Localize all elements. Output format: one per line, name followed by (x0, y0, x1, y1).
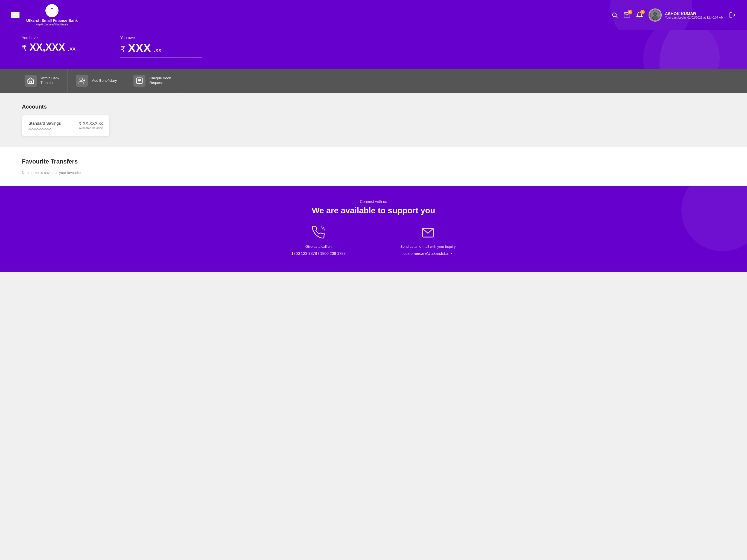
main-content: Accounts Standard Savings xxxxxxxxxxxxxx… (0, 93, 747, 147)
balance-owe-decimal: .xx (154, 47, 161, 53)
account-balance: ₹ XX,XXX.xx (79, 121, 103, 126)
email-icon (421, 226, 435, 242)
svg-rect-11 (30, 81, 32, 83)
svg-point-12 (80, 78, 82, 80)
footer-contacts: Give us a call on 1800 123 9878 / 1800 2… (22, 226, 725, 256)
favourites-title: Favourite Transfers (22, 158, 725, 165)
hamburger-menu[interactable] (11, 12, 20, 18)
favourites-section: Favourite Transfers No transfer is saved… (0, 147, 747, 186)
balance-owe-amount: ₹ XXX .xx (120, 42, 202, 55)
balance-section: You have ₹ XX,XXX .xx You owe ₹ XXX .xx (0, 30, 747, 69)
footer-email-value: customercare@utkarsh.bank (404, 251, 453, 256)
svg-rect-5 (624, 12, 630, 17)
svg-point-6 (650, 10, 660, 20)
footer-email-label: Send us an e-mail with your inquiry (400, 245, 456, 249)
favourites-empty-message: No transfer is saved as your favourite (22, 171, 725, 175)
header-right: 0 0 ASHOK KUMAR Your Last Login: 01/02/2… (611, 8, 736, 22)
action-within-bank-transfer[interactable]: Within BankTransfer (17, 69, 68, 93)
account-number: xxxxxxxxxxxxxx (28, 127, 61, 130)
action-add-beneficiary[interactable]: Add Beneficiary (68, 69, 125, 93)
user-details: ASHOK KUMAR Your Last Login: 01/02/2021 … (665, 11, 723, 19)
messages-badge: 0 (628, 10, 632, 14)
footer-phone-value: 1800 123 9878 / 1800 208 1788 (291, 251, 346, 256)
action-cheque-book-request[interactable]: Cheque BookRequest (125, 69, 179, 93)
account-card[interactable]: Standard Savings xxxxxxxxxxxxxx ₹ XX,XXX… (22, 116, 109, 136)
account-balance-label: Available Balance (79, 126, 103, 130)
footer-phone-contact: Give us a call on 1800 123 9878 / 1800 2… (291, 226, 346, 256)
balance-have-main: XX,XXX (29, 42, 65, 53)
account-name: Standard Savings (28, 121, 61, 126)
header-left: Utkarsh Small Finance Bank Aapki Ummeed … (11, 4, 78, 26)
footer: Connect with us We are available to supp… (0, 186, 747, 272)
footer-phone-label: Give us a call on (305, 245, 332, 249)
user-last-login: Your Last Login: 01/02/2021 at 12:40:07 … (665, 16, 723, 19)
bank-name: Utkarsh Small Finance Bank (26, 18, 78, 23)
svg-point-2 (51, 8, 53, 9)
balance-have: You have ₹ XX,XXX .xx (22, 35, 104, 58)
balance-owe-label: You owe (120, 35, 202, 40)
action-within-bank-transfer-label: Within BankTransfer (41, 76, 59, 85)
quick-actions-bar: Within BankTransfer Add Beneficiary Cheq… (0, 69, 747, 93)
logout-button[interactable] (729, 11, 736, 19)
svg-point-7 (653, 12, 657, 16)
balance-owe-divider (120, 57, 202, 58)
user-name: ASHOK KUMAR (665, 11, 723, 16)
balance-have-currency: ₹ (22, 44, 27, 52)
bank-logo-icon (45, 4, 58, 17)
avatar (649, 8, 662, 22)
balance-have-decimal: .xx (68, 45, 75, 52)
add-beneficiary-icon (76, 75, 88, 87)
accounts-section-title: Accounts (22, 104, 725, 110)
logo-area: Utkarsh Small Finance Bank Aapki Ummeed … (26, 4, 78, 26)
balance-have-amount: ₹ XX,XXX .xx (22, 42, 104, 53)
svg-line-4 (616, 17, 617, 18)
messages-button[interactable]: 0 (623, 11, 630, 19)
bank-transfer-icon (25, 75, 36, 87)
header: Utkarsh Small Finance Bank Aapki Ummeed … (0, 0, 747, 30)
svg-point-8 (652, 16, 658, 20)
balance-owe-main: XXX (128, 42, 151, 54)
footer-headline: We are available to support you (22, 206, 725, 215)
footer-connect-label: Connect with us (22, 199, 725, 204)
notifications-badge: 0 (640, 10, 645, 14)
bank-tagline: Aapki Ummeed Ka Khaata (36, 23, 68, 26)
footer-email-contact: Send us an e-mail with your inquiry cust… (400, 226, 456, 256)
balance-owe-currency: ₹ (120, 45, 125, 54)
account-info: Standard Savings xxxxxxxxxxxxxx (28, 121, 61, 130)
cheque-book-icon (133, 75, 146, 87)
action-cheque-book-label: Cheque BookRequest (149, 76, 171, 85)
search-button[interactable] (611, 12, 618, 18)
balance-owe: You owe ₹ XXX .xx (120, 35, 202, 58)
notifications-button[interactable]: 0 (636, 11, 643, 19)
svg-rect-10 (28, 80, 34, 84)
user-info: ASHOK KUMAR Your Last Login: 01/02/2021 … (649, 8, 723, 22)
svg-point-3 (613, 13, 616, 17)
action-add-beneficiary-label: Add Beneficiary (92, 78, 117, 83)
phone-icon (312, 226, 325, 242)
balance-have-label: You have (22, 35, 104, 40)
account-balance-area: ₹ XX,XXX.xx Available Balance (79, 121, 103, 130)
balance-have-divider (22, 56, 104, 56)
